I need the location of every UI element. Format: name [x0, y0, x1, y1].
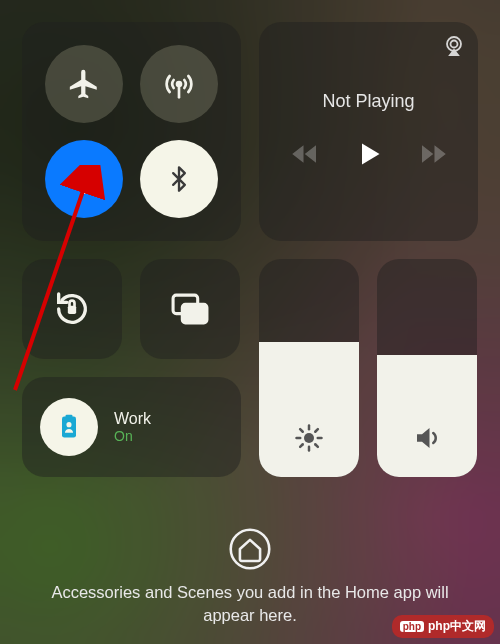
focus-title: Work — [114, 410, 151, 428]
airplane-icon — [67, 67, 101, 101]
media-status: Not Playing — [322, 91, 414, 112]
wifi-toggle[interactable] — [45, 140, 123, 218]
airplay-icon[interactable] — [442, 34, 466, 62]
svg-line-15 — [300, 429, 303, 432]
focus-status: On — [114, 428, 151, 444]
transport-controls — [291, 140, 447, 172]
svg-rect-6 — [182, 304, 207, 322]
volume-slider[interactable] — [377, 259, 477, 477]
control-center: Not Playing — [0, 0, 500, 499]
bluetooth-toggle[interactable] — [140, 140, 218, 218]
home-icon — [228, 527, 272, 571]
watermark: php php中文网 — [392, 615, 494, 638]
connectivity-module — [22, 22, 241, 241]
rewind-button[interactable] — [291, 143, 321, 169]
screen-mirroring-icon — [170, 292, 210, 326]
svg-rect-8 — [66, 415, 73, 419]
forward-icon — [417, 143, 447, 165]
brightness-slider[interactable] — [259, 259, 359, 477]
cellular-data-toggle[interactable] — [140, 45, 218, 123]
antenna-icon — [163, 68, 195, 100]
rewind-icon — [291, 143, 321, 165]
svg-point-3 — [451, 41, 458, 48]
brightness-icon — [294, 423, 324, 457]
volume-icon — [412, 423, 442, 457]
orientation-lock-icon — [52, 289, 92, 329]
wifi-icon — [67, 162, 101, 196]
airplane-mode-toggle[interactable] — [45, 45, 123, 123]
media-module[interactable]: Not Playing — [259, 22, 478, 241]
svg-line-18 — [315, 429, 318, 432]
svg-line-17 — [300, 444, 303, 447]
svg-point-9 — [66, 422, 71, 427]
watermark-text: php中文网 — [428, 618, 486, 635]
focus-module[interactable]: Work On — [22, 377, 241, 477]
fast-forward-button[interactable] — [417, 143, 447, 169]
screen-mirroring-button[interactable] — [140, 259, 240, 359]
play-icon — [355, 140, 383, 168]
svg-point-10 — [304, 433, 314, 443]
focus-badge — [40, 398, 98, 456]
id-card-icon — [55, 413, 83, 441]
svg-point-19 — [231, 530, 270, 569]
bluetooth-icon — [165, 165, 193, 193]
php-badge: php — [400, 621, 424, 632]
orientation-lock-toggle[interactable] — [22, 259, 122, 359]
play-button[interactable] — [355, 140, 383, 172]
svg-line-16 — [315, 444, 318, 447]
volume-fill — [377, 355, 477, 477]
